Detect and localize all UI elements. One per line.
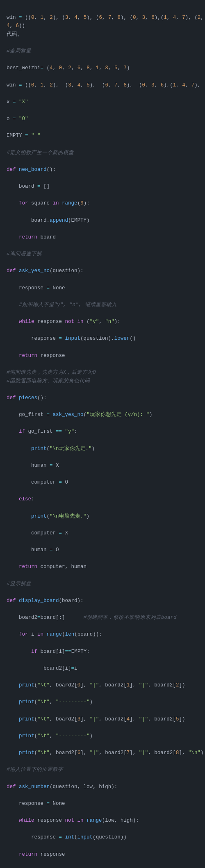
code-container: win = ((0, 1, 2), (3, 4, 5), (6, 7, 8), … (0, 0, 205, 868)
code-block: win = ((0, 1, 2), (3, 4, 5), (6, 7, 8), … (7, 5, 198, 868)
